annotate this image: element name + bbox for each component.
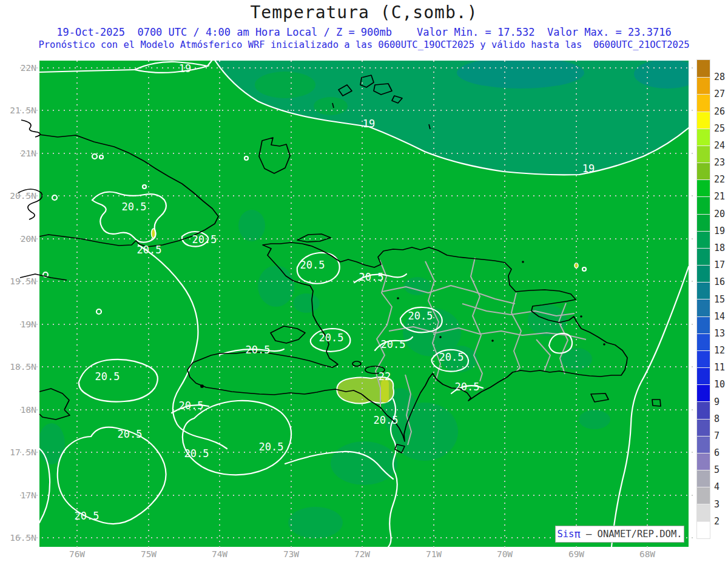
lat-label-17N: 17N — [2, 490, 36, 500]
colorbar-swatch-18 — [697, 367, 710, 384]
colorbar-swatch-13 — [697, 282, 710, 299]
colorbar-label-12: 12 — [714, 345, 725, 356]
contour-label-20.5: 20.5 — [192, 235, 217, 245]
colorbar-swatch-3 — [697, 112, 710, 129]
pi-symbol: π — [574, 528, 580, 540]
colorbar-swatch-27 — [697, 521, 710, 538]
lon-label-69W: 69W — [568, 549, 584, 559]
contour-label-19: 19 — [179, 64, 191, 74]
contour-label-19: 19 — [363, 119, 375, 129]
colorbar-label-7: 7 — [714, 430, 720, 441]
lat-label-18N: 18N — [2, 405, 36, 415]
colorbar-label-15: 15 — [714, 294, 725, 305]
temperature-shading — [38, 57, 701, 547]
colorbar-label-4: 4 — [714, 481, 720, 492]
colorbar-label-16: 16 — [714, 276, 725, 287]
colorbar-label-14: 14 — [714, 311, 725, 322]
colorbar-label-9: 9 — [714, 396, 720, 407]
lon-label-74W: 74W — [212, 549, 228, 559]
contour-label-20.5: 20.5 — [300, 260, 325, 270]
colorbar-label-17: 17 — [714, 259, 725, 270]
colorbar-swatch-7 — [697, 179, 710, 196]
lon-label-75W: 75W — [141, 549, 157, 559]
lon-label-76W: 76W — [69, 549, 85, 559]
contour-label-20.5: 20.5 — [246, 345, 271, 355]
colorbar-swatch-2 — [697, 94, 710, 111]
lon-label-73W: 73W — [283, 549, 299, 559]
contour-label-20.5: 20.5 — [122, 202, 147, 212]
colorbar-swatch-6 — [697, 162, 710, 179]
contour-label-20.5: 20.5 — [359, 272, 384, 283]
lon-label-70W: 70W — [497, 549, 513, 559]
weather-map-page: Temperatura (C,somb.) 19-Oct-2025 0700 U… — [0, 0, 728, 562]
colorbar-swatch-22 — [697, 436, 710, 453]
contour-label-20.5: 20.5 — [118, 429, 143, 440]
colorbar-label-28: 28 — [714, 72, 725, 82]
colorbar-swatch-26 — [697, 504, 710, 521]
colorbar-label-20: 20 — [714, 209, 725, 219]
colorbar-label-23: 23 — [714, 157, 725, 168]
colorbar-swatch-24 — [697, 470, 710, 487]
lon-label-72W: 72W — [354, 549, 370, 559]
lat-label-17.5N: 17.5N — [2, 447, 36, 457]
colorbar-label-3: 3 — [714, 499, 720, 510]
contour-label-20.5: 20.5 — [259, 442, 284, 452]
contour-label-20.5: 20.5 — [179, 401, 204, 411]
credit-onamet: – ONAMET/REP.DOM. — [581, 529, 682, 540]
coast-cuba-north-fragment — [21, 120, 40, 137]
colorbar-swatch-25 — [697, 487, 710, 504]
contour-label-20.5: 20.5 — [95, 372, 120, 382]
colorbar-swatch-8 — [697, 196, 710, 213]
lat-label-21.5N: 21.5N — [2, 105, 36, 115]
lat-label-20.5N: 20.5N — [2, 191, 36, 201]
lat-label-20N: 20N — [2, 234, 36, 244]
colorbar-label-25: 25 — [714, 123, 725, 134]
colorbar-swatch-9 — [697, 214, 710, 231]
contour-label-20.5: 20.5 — [137, 245, 162, 255]
contour-label-20.5: 20.5 — [75, 511, 99, 521]
lon-label-71W: 71W — [426, 549, 442, 559]
colorbar-swatch-5 — [697, 146, 710, 162]
colorbar-label-24: 24 — [714, 140, 725, 151]
lat-label-18.5N: 18.5N — [2, 362, 36, 372]
header: Temperatura (C,somb.) 19-Oct-2025 0700 U… — [0, 0, 728, 50]
colorbar-label-5: 5 — [714, 464, 720, 475]
lon-label-68W: 68W — [639, 549, 655, 559]
lat-label-16.5N: 16.5N — [2, 533, 36, 543]
credit-box: Sisπ – ONAMET/REP.DOM. — [555, 526, 684, 543]
colorbar-swatch-16 — [697, 333, 710, 350]
colorbar-label-19: 19 — [714, 226, 725, 236]
contour-label-20.5: 20.5 — [408, 311, 433, 321]
colorbar-swatch-15 — [697, 316, 710, 333]
colorbar-label-11: 11 — [714, 362, 725, 373]
contour-label-20.5: 20.5 — [381, 340, 406, 350]
colorbar-label-2: 2 — [714, 516, 720, 527]
credit-sis: Sis — [557, 529, 574, 540]
island-navassa — [201, 385, 203, 387]
colorbar-swatch-17 — [697, 350, 710, 367]
colorbar-swatch-11 — [697, 248, 710, 265]
contour-label-20.5: 20.5 — [184, 449, 209, 459]
colorbar-swatch-12 — [697, 265, 710, 282]
colorbar-swatch-4 — [697, 129, 710, 146]
colorbar-swatch-14 — [697, 299, 710, 316]
colorbar-label-26: 26 — [714, 106, 725, 117]
contour-label-20.5: 20.5 — [319, 333, 344, 343]
contour-label-20.5: 20.5 — [455, 382, 480, 392]
contour-label-20.5: 20.5 — [374, 415, 399, 426]
colorbar-label-22: 22 — [714, 174, 725, 185]
contour-label-19: 19 — [582, 164, 595, 174]
page-title: Temperatura (C,somb.) — [0, 2, 728, 22]
contour-label-22: 22 — [379, 372, 391, 382]
colorbar-swatch-23 — [697, 453, 710, 470]
lat-label-19.5N: 19.5N — [2, 276, 36, 286]
subtitle-model-info: Pronóstico con el Modelo Atmósferico WRF… — [0, 39, 728, 50]
colorbar-swatch-20 — [697, 401, 710, 418]
lat-label-21N: 21N — [2, 149, 36, 158]
colorbar-label-21: 21 — [714, 191, 725, 202]
colorbar-swatch-10 — [697, 231, 710, 248]
colorbar-label-6: 6 — [714, 447, 720, 458]
colorbar-label-8: 8 — [714, 413, 720, 424]
lat-label-22N: 22N — [2, 63, 36, 73]
colorbar-swatch-0 — [697, 60, 710, 77]
